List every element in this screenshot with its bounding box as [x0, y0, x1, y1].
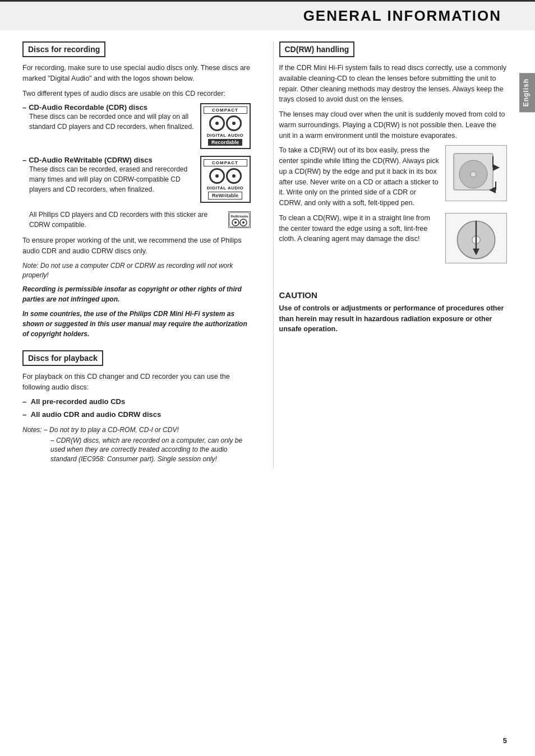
cdrw-item: –CD-Audio ReWritable (CDRW) discs These …: [22, 156, 195, 194]
cd-diagram-1: [445, 145, 507, 201]
recording-intro-1: For recording, make sure to use special …: [22, 63, 251, 84]
digital-audio-2: DIGITAL AUDIO: [207, 185, 243, 191]
cdr-logo: COMPACT DIGITAL AUDIO Recordable: [200, 103, 251, 149]
cdrw-para-3-block: To take a CD(RW) out of its box easily, …: [279, 145, 508, 213]
cdrw-para-1: If the CDR Mini Hi-Fi system fails to re…: [279, 63, 508, 105]
cdrw-logo: COMPACT DIGITAL AUDIO ReWritable: [200, 156, 251, 203]
rewritable-badge: ReWritable: [208, 192, 242, 200]
playback-note-1: Notes: – Do not try to play a CD-ROM, CD…: [22, 425, 251, 435]
disc-circle-4: [226, 168, 242, 184]
right-column: CD(RW) handling If the CDR Mini Hi-Fi sy…: [273, 41, 508, 469]
discs-for-recording-title: Discs for recording: [22, 41, 105, 57]
language-tab: English: [519, 73, 535, 112]
caution-section: CAUTION Use of controls or adjustments o…: [279, 290, 508, 335]
cd-diagram-2: [445, 213, 507, 263]
disc-circle-3: [209, 168, 225, 184]
cdrw-para-2: The lenses may cloud over when the unit …: [279, 109, 508, 141]
page-header: GENERAL INFORMATION: [0, 0, 535, 30]
cdr-item: –CD-Audio Recordable (CDR) discs These d…: [22, 103, 195, 132]
cdrw-text: These discs can be recorded, erased and …: [29, 164, 195, 194]
disc-circles-1: [209, 115, 242, 131]
cdrw-handling-title: CD(RW) handling: [279, 41, 355, 57]
bold-italic-2: In some countries, the use of the Philip…: [22, 309, 251, 339]
disc-circle-1: [209, 115, 225, 131]
page-title: GENERAL INFORMATION: [0, 7, 501, 25]
left-column: Discs for recording For recording, make …: [22, 41, 256, 469]
cdrw-handling-section: CD(RW) handling If the CDR Mini Hi-Fi sy…: [279, 41, 508, 268]
svg-point-5: [242, 221, 245, 224]
compact-label-2: COMPACT: [204, 159, 247, 166]
recording-intro-2: Two different types of audio discs are u…: [22, 89, 251, 99]
rewritable-sticker-row: All Philips CD players and CD recorders …: [29, 210, 251, 230]
cdrw-para-4-block: To clean a CD(RW), wipe it in a straight…: [279, 213, 508, 268]
cdr-label: CD-Audio Recordable (CDR) discs: [29, 103, 147, 112]
main-content: Discs for recording For recording, make …: [0, 30, 535, 480]
cdr-text: These discs can be recorded once and wil…: [29, 112, 195, 132]
recordable-badge: Recordable: [208, 139, 242, 146]
discs-for-recording-section: Discs for recording For recording, make …: [22, 41, 251, 339]
caution-text: Use of controls or adjustments or perfor…: [279, 303, 508, 335]
bold-italic-1: Recording is permissible insofar as copy…: [22, 284, 251, 304]
digital-audio-1: DIGITAL AUDIO: [207, 133, 243, 138]
playback-item-2: – All audio CDR and audio CDRW discs: [22, 410, 251, 419]
svg-point-8: [471, 171, 476, 177]
disc-circle-2: [226, 115, 242, 131]
svg-point-3: [234, 221, 237, 224]
playback-label-1: All pre-recorded audio CDs: [31, 397, 125, 406]
rewritable-sticker-text: All Philips CD players and CD recorders …: [29, 210, 224, 230]
disc-circles-2: [209, 168, 242, 184]
note-italic: Note: Do not use a computer CDR or CDRW …: [22, 261, 251, 280]
discs-for-playback-title: Discs for playback: [22, 350, 103, 366]
playback-item-1: – All pre-recorded audio CDs: [22, 397, 251, 406]
playback-intro: For playback on this CD changer and CD r…: [22, 372, 251, 393]
playback-note-2: – CDR(W) discs, which are recorded on a …: [22, 436, 251, 464]
recommend-text: To ensure proper working of the unit, we…: [22, 235, 251, 257]
playback-notes: Notes: – Do not try to play a CD-ROM, CD…: [22, 425, 251, 464]
caution-title: CAUTION: [279, 290, 508, 300]
svg-text:ReWritable: ReWritable: [230, 215, 248, 218]
rewritable-sticker-icon: ReWritable: [228, 211, 251, 228]
page-number: 5: [503, 736, 507, 745]
compact-label-1: COMPACT: [204, 106, 247, 114]
playback-label-2: All audio CDR and audio CDRW discs: [31, 410, 161, 419]
discs-for-playback-section: Discs for playback For playback on this …: [22, 350, 251, 464]
cdrw-label: CD-Audio ReWritable (CDRW) discs: [29, 156, 153, 164]
